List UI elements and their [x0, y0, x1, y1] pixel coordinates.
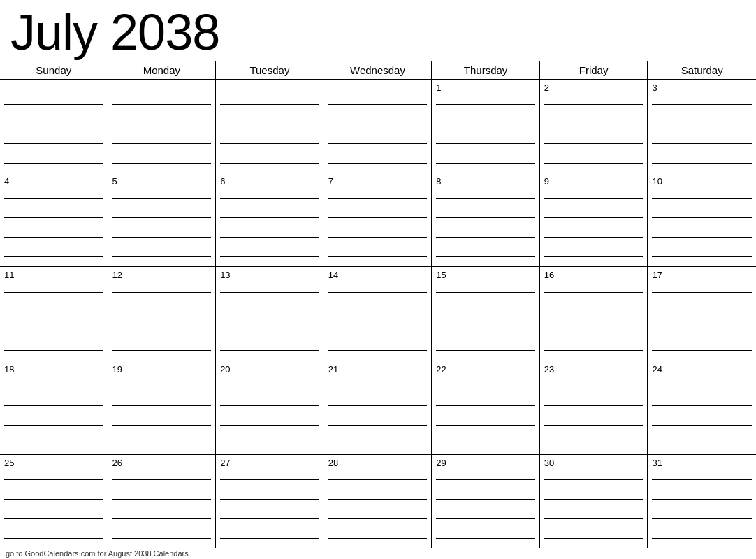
write-line	[4, 292, 103, 293]
write-line	[220, 124, 319, 124]
write-line	[328, 518, 428, 519]
write-line	[652, 518, 752, 519]
day-number: 31	[652, 458, 752, 469]
write-line	[112, 124, 212, 124]
calendar-title: July 2038	[0, 0, 756, 61]
day-cell-empty-w0c0	[0, 80, 108, 173]
write-line	[112, 479, 212, 480]
day-number: 21	[328, 364, 428, 375]
lines-container	[220, 285, 319, 357]
write-line	[220, 350, 319, 351]
write-line	[220, 237, 319, 238]
lines-container	[436, 98, 535, 170]
day-cell-23: 23	[540, 361, 648, 454]
day-cell-26: 26	[108, 455, 217, 548]
write-line	[328, 104, 428, 105]
write-line	[112, 163, 212, 164]
calendar-container: July 2038 SundayMondayTuesdayWednesdayTh…	[0, 0, 756, 559]
day-cell-24: 24	[648, 361, 756, 454]
day-cell-21: 21	[324, 361, 432, 454]
write-line	[544, 331, 644, 331]
write-line	[652, 386, 752, 386]
day-number: 11	[4, 270, 103, 281]
write-line	[4, 124, 103, 124]
lines-container	[112, 379, 212, 451]
write-line	[436, 124, 535, 124]
write-line	[4, 538, 103, 539]
lines-container	[544, 473, 644, 545]
write-line	[220, 538, 319, 539]
day-cell-18: 18	[0, 361, 108, 454]
day-number: 6	[220, 176, 319, 187]
write-line	[544, 538, 644, 539]
write-line	[112, 198, 212, 199]
day-cell-2: 2	[540, 80, 648, 173]
day-number: 5	[112, 176, 212, 187]
write-line	[436, 104, 535, 105]
lines-container	[544, 98, 644, 170]
day-header-monday: Monday	[108, 61, 217, 79]
write-line	[4, 217, 103, 218]
day-number: 28	[328, 458, 428, 469]
write-line	[544, 124, 644, 124]
lines-container	[328, 191, 428, 263]
day-number: 2	[544, 82, 644, 94]
lines-container	[328, 473, 428, 545]
day-number: 3	[652, 82, 752, 94]
day-number: 16	[544, 270, 644, 281]
write-line	[4, 237, 103, 238]
lines-container	[544, 379, 644, 451]
weeks-container: 1234567891011121314151617181920212223242…	[0, 80, 756, 548]
day-number: 30	[544, 458, 644, 469]
day-cell-9: 9	[540, 173, 648, 266]
write-line	[220, 499, 319, 500]
write-line	[220, 425, 319, 426]
lines-container	[112, 191, 212, 263]
day-number: 10	[652, 176, 752, 187]
day-cell-20: 20	[216, 361, 324, 454]
day-cell-31: 31	[648, 455, 756, 548]
lines-container	[220, 191, 319, 263]
write-line	[4, 386, 103, 386]
write-line	[652, 479, 752, 480]
write-line	[436, 312, 535, 312]
write-line	[544, 425, 644, 426]
write-line	[544, 518, 644, 519]
write-line	[328, 331, 428, 331]
write-line	[544, 237, 644, 238]
day-cell-30: 30	[540, 455, 648, 548]
week-row-5: 25262728293031	[0, 455, 756, 548]
lines-container	[328, 379, 428, 451]
write-line	[112, 444, 212, 444]
day-number: 8	[436, 176, 535, 187]
day-cell-empty-w0c1	[108, 80, 217, 173]
week-row-3: 11121314151617	[0, 267, 756, 361]
write-line	[112, 237, 212, 238]
write-line	[544, 312, 644, 312]
write-line	[544, 386, 644, 386]
day-number: 17	[652, 270, 752, 281]
lines-container	[220, 473, 319, 545]
write-line	[652, 312, 752, 312]
write-line	[652, 163, 752, 164]
day-number: 1	[436, 82, 535, 94]
write-line	[220, 444, 319, 444]
write-line	[328, 425, 428, 426]
write-line	[436, 217, 535, 218]
day-cell-5: 5	[108, 173, 217, 266]
write-line	[436, 331, 535, 331]
lines-container	[436, 379, 535, 451]
write-line	[112, 538, 212, 539]
write-line	[220, 163, 319, 164]
write-line	[220, 256, 319, 257]
write-line	[220, 104, 319, 105]
write-line	[328, 163, 428, 164]
day-header-saturday: Saturday	[648, 61, 756, 79]
write-line	[652, 143, 752, 144]
write-line	[544, 198, 644, 199]
write-line	[544, 104, 644, 105]
write-line	[652, 444, 752, 444]
write-line	[544, 292, 644, 293]
day-number: 22	[436, 364, 535, 375]
day-cell-empty-w0c3	[324, 80, 432, 173]
